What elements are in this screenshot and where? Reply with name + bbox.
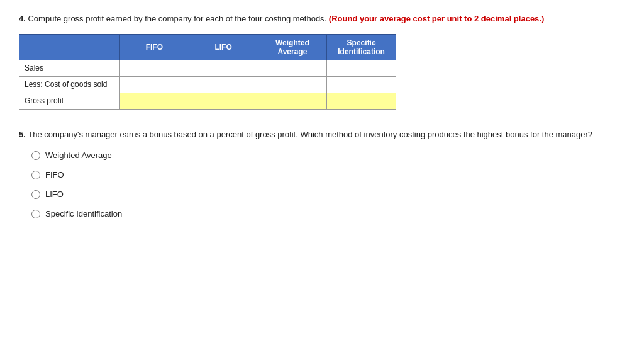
cell-cogs-lifo[interactable] [189, 76, 258, 93]
cell-cogs-fifo[interactable] [120, 76, 189, 93]
radio-specific-identification[interactable] [31, 210, 40, 218]
input-sales-fifo[interactable] [125, 64, 184, 73]
radio-label-lifo: LIFO [45, 190, 64, 199]
radio-label-specific-identification: Specific Identification [45, 209, 122, 218]
question-5-number: 5. [19, 130, 26, 139]
radio-option-fifo[interactable]: FIFO [31, 170, 625, 179]
question-4-note: (Round your average cost per unit to 2 d… [329, 14, 544, 23]
radio-group-q5: Weighted Average FIFO LIFO Specific Iden… [19, 150, 625, 218]
header-weighted-average: Weighted Average [258, 34, 327, 60]
radio-option-specific-identification[interactable]: Specific Identification [31, 209, 625, 218]
radio-label-weighted-average: Weighted Average [45, 150, 112, 160]
input-cogs-wa[interactable] [264, 80, 322, 89]
radio-label-fifo: FIFO [45, 170, 64, 179]
cell-sales-lifo[interactable] [189, 60, 258, 76]
radio-option-weighted-average[interactable]: Weighted Average [31, 150, 625, 160]
question-5-block: 5. The company's manager earns a bonus b… [19, 128, 625, 219]
cell-gp-wa[interactable] [258, 93, 327, 109]
question-4-number: 4. [19, 14, 26, 23]
row-label-sales: Sales [19, 60, 120, 76]
cell-sales-si[interactable] [327, 60, 396, 76]
cell-gp-lifo[interactable] [189, 93, 258, 109]
row-label-gross-profit: Gross profit [19, 93, 120, 109]
header-empty [19, 34, 120, 60]
table-row-gross-profit: Gross profit [19, 93, 396, 109]
question-5-body: The company's manager earns a bonus base… [28, 130, 592, 139]
question-4-text: 4. Compute gross profit earned by the co… [19, 13, 625, 25]
input-cogs-lifo[interactable] [194, 80, 253, 89]
header-fifo: FIFO [120, 34, 189, 60]
input-gp-fifo[interactable] [125, 96, 184, 106]
table-row-cogs: Less: Cost of goods sold [19, 76, 396, 93]
header-lifo: LIFO [189, 34, 258, 60]
cell-sales-wa[interactable] [258, 60, 327, 76]
gross-profit-table: FIFO LIFO Weighted Average Specific Iden… [19, 34, 396, 110]
input-gp-lifo[interactable] [194, 96, 253, 106]
question-5-text: 5. The company's manager earns a bonus b… [19, 128, 625, 141]
cell-gp-fifo[interactable] [120, 93, 189, 109]
input-gp-wa[interactable] [264, 96, 322, 106]
row-label-cogs: Less: Cost of goods sold [19, 76, 120, 93]
radio-weighted-average[interactable] [31, 151, 40, 160]
header-specific-identification: Specific Identification [327, 34, 396, 60]
radio-fifo[interactable] [31, 171, 40, 179]
question-4-body: Compute gross profit earned by the compa… [28, 14, 326, 23]
input-sales-lifo[interactable] [194, 64, 253, 73]
input-cogs-fifo[interactable] [125, 80, 184, 89]
input-gp-si[interactable] [332, 96, 391, 106]
input-sales-wa[interactable] [264, 64, 322, 73]
table-row-sales: Sales [19, 60, 396, 76]
cell-cogs-si[interactable] [327, 76, 396, 93]
cell-cogs-wa[interactable] [258, 76, 327, 93]
cell-sales-fifo[interactable] [120, 60, 189, 76]
input-sales-si[interactable] [332, 64, 391, 73]
radio-lifo[interactable] [31, 190, 40, 199]
question-4-block: 4. Compute gross profit earned by the co… [19, 13, 625, 110]
cell-gp-si[interactable] [327, 93, 396, 109]
input-cogs-si[interactable] [332, 80, 391, 89]
radio-option-lifo[interactable]: LIFO [31, 190, 625, 199]
